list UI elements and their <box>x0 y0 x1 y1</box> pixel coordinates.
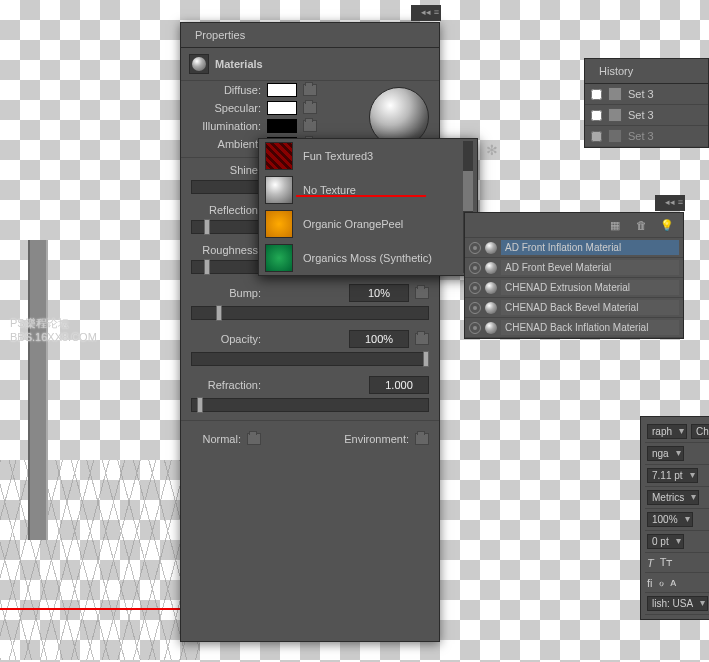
normal-texture-btn[interactable] <box>247 433 261 445</box>
reflection-label: Reflection: <box>191 204 261 216</box>
bulb-icon[interactable]: 💡 <box>659 217 675 233</box>
bump-texture-btn[interactable] <box>415 287 429 299</box>
history-checkbox[interactable] <box>591 131 602 142</box>
baseline-dropdown[interactable]: 0 pt <box>647 534 684 549</box>
layer-label: CHENAD Extrusion Material <box>501 280 679 295</box>
font-dropdown[interactable]: nga <box>647 446 684 461</box>
history-item[interactable]: Set 3 <box>585 126 708 147</box>
texture-item[interactable]: Organics Moss (Synthetic) <box>259 241 477 275</box>
layer-label: AD Front Bevel Material <box>501 260 679 275</box>
kerning-dropdown[interactable]: Metrics <box>647 490 699 505</box>
specular-texture-btn[interactable] <box>303 102 317 114</box>
axis-line <box>0 608 200 610</box>
history-item[interactable]: Set 3 <box>585 105 708 126</box>
environment-texture-btn[interactable] <box>415 433 429 445</box>
texture-label: Organics Moss (Synthetic) <box>303 252 432 264</box>
materials-icon <box>189 54 209 74</box>
ligature-icon[interactable]: fi <box>647 577 653 589</box>
illumination-texture-btn[interactable] <box>303 120 317 132</box>
layer-row[interactable]: AD Front Inflation Material <box>465 238 683 258</box>
smallcaps-icon[interactable]: Tᴛ <box>660 556 673 569</box>
language-dropdown[interactable]: lish: USA <box>647 596 708 611</box>
material-icon <box>485 282 497 294</box>
layer-row[interactable]: AD Front Bevel Material <box>465 258 683 278</box>
diffuse-swatch[interactable] <box>267 83 297 97</box>
visibility-icon[interactable] <box>469 242 481 254</box>
tab-character[interactable]: Ch <box>691 424 709 439</box>
scale-dropdown[interactable]: 100% <box>647 512 693 527</box>
shine-label: Shine: <box>191 164 261 176</box>
texture-thumb <box>265 142 293 170</box>
swash-icon[interactable]: ℴ <box>659 576 664 589</box>
panel-collapse[interactable]: ◂◂ ≡ <box>411 5 441 21</box>
bump-slider[interactable] <box>191 306 429 320</box>
layer-row[interactable]: CHENAD Back Bevel Material <box>465 298 683 318</box>
refraction-label: Refraction: <box>191 379 261 391</box>
refraction-slider[interactable] <box>191 398 429 412</box>
visibility-icon[interactable] <box>469 302 481 314</box>
gear-icon[interactable] <box>486 144 500 158</box>
character-panel: raphCh nga 7.11 pt Metrics 100% 0 pt TTᴛ… <box>640 416 709 620</box>
panel-collapse[interactable]: ◂◂ ≡ <box>655 195 685 211</box>
watermark: PS樂程论坛 BBS.16XX8.COM <box>10 316 97 343</box>
refraction-value[interactable]: 1.000 <box>369 376 429 394</box>
highlight-underline <box>296 195 426 197</box>
texture-item[interactable]: Organic OrangePeel <box>259 207 477 241</box>
history-label: Set 3 <box>628 109 654 121</box>
ambient-label: Ambient: <box>191 138 261 150</box>
texture-label: Fun Textured3 <box>303 150 373 162</box>
history-label: Set 3 <box>628 88 654 100</box>
italic-icon[interactable]: T <box>647 557 654 569</box>
diffuse-texture-btn[interactable] <box>303 84 317 96</box>
visibility-icon[interactable] <box>469 262 481 274</box>
texture-picker-popup: Fun Textured3No TextureOrganic OrangePee… <box>258 138 478 276</box>
3d-viewport[interactable] <box>0 240 200 660</box>
tab-paragraph[interactable]: raph <box>647 424 687 439</box>
history-checkbox[interactable] <box>591 110 602 121</box>
trash-icon[interactable]: 🗑 <box>633 217 649 233</box>
visibility-icon[interactable] <box>469 322 481 334</box>
bump-label: Bump: <box>191 287 261 299</box>
history-panel: History Set 3Set 3Set 3 <box>584 58 709 148</box>
material-icon <box>485 242 497 254</box>
document-icon <box>608 87 622 101</box>
illumination-label: Illumination: <box>191 120 261 132</box>
properties-panel: ◂◂ ≡ Properties Materials Diffuse: Specu… <box>180 22 440 642</box>
properties-tab[interactable]: Properties <box>181 23 439 48</box>
opacity-value[interactable]: 100% <box>349 330 409 348</box>
size-dropdown[interactable]: 7.11 pt <box>647 468 698 483</box>
illumination-swatch[interactable] <box>267 119 297 133</box>
section-title: Materials <box>215 58 263 70</box>
opacity-slider[interactable] <box>191 352 429 366</box>
layer-label: CHENAD Back Inflation Material <box>501 320 679 335</box>
layer-label: AD Front Inflation Material <box>501 240 679 255</box>
environment-label: Environment: <box>344 433 409 445</box>
material-icon <box>485 302 497 314</box>
texture-item[interactable]: No Texture <box>259 173 477 207</box>
material-icon <box>485 322 497 334</box>
history-label: Set 3 <box>628 130 654 142</box>
collapse-icon: ◂◂ ≡ <box>421 7 439 19</box>
material-icon <box>485 262 497 274</box>
history-checkbox[interactable] <box>591 89 602 100</box>
normal-label: Normal: <box>191 433 241 445</box>
texture-item[interactable]: Fun Textured3 <box>259 139 477 173</box>
specular-swatch[interactable] <box>267 101 297 115</box>
opacity-label: Opacity: <box>191 333 261 345</box>
layer-row[interactable]: CHENAD Extrusion Material <box>465 278 683 298</box>
3d-object[interactable] <box>28 240 48 540</box>
stylistic-icon[interactable]: ᴀ <box>670 576 677 589</box>
3d-layers-panel: ◂◂ ≡ ▦ 🗑 💡 AD Front Inflation MaterialAD… <box>464 212 684 339</box>
layer-row[interactable]: CHENAD Back Inflation Material <box>465 318 683 338</box>
texture-thumb <box>265 176 293 204</box>
history-tab[interactable]: History <box>585 59 708 84</box>
document-icon <box>608 129 622 143</box>
layer-label: CHENAD Back Bevel Material <box>501 300 679 315</box>
bump-value[interactable]: 10% <box>349 284 409 302</box>
opacity-texture-btn[interactable] <box>415 333 429 345</box>
history-item[interactable]: Set 3 <box>585 84 708 105</box>
visibility-icon[interactable] <box>469 282 481 294</box>
roughness-label: Roughness: <box>191 244 261 256</box>
texture-thumb <box>265 244 293 272</box>
filter-icon[interactable]: ▦ <box>607 217 623 233</box>
